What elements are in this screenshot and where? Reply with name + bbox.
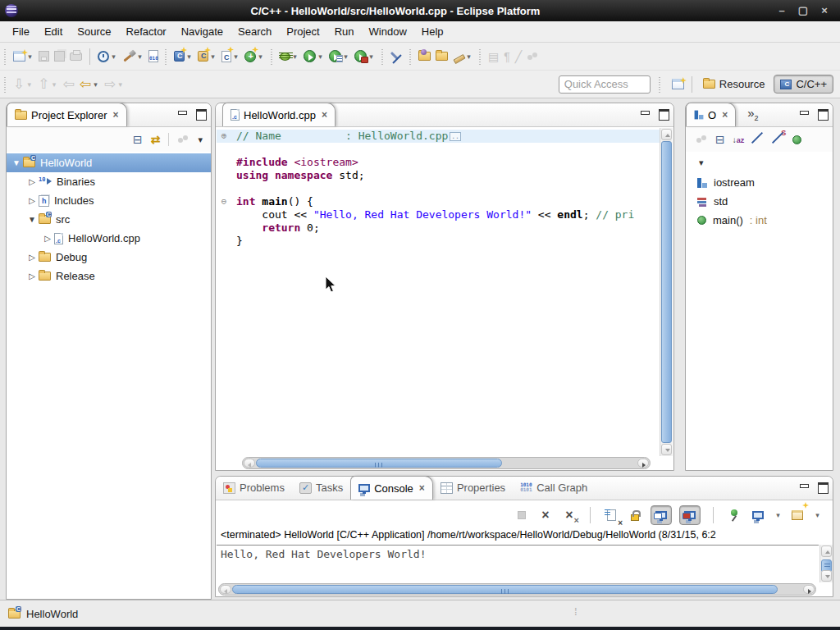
- sort-alphabetically-icon[interactable]: ↓az: [733, 135, 745, 144]
- window-maximize-button[interactable]: ▢: [794, 3, 812, 18]
- menu-help[interactable]: Help: [414, 22, 451, 41]
- toolbar-drag-handle[interactable]: [408, 48, 413, 66]
- scrollbar-thumb[interactable]: [232, 585, 778, 594]
- chevron-down-icon[interactable]: ▾: [26, 52, 34, 61]
- chevron-down-icon[interactable]: ▾: [257, 52, 264, 61]
- chevron-down-icon[interactable]: ▾: [317, 52, 324, 61]
- code-line-5[interactable]: [217, 182, 660, 195]
- chevron-down-icon[interactable]: ▾: [342, 52, 349, 61]
- open-perspective-button[interactable]: [669, 74, 687, 95]
- twistie-collapsed-icon[interactable]: ▷: [25, 272, 39, 281]
- menu-navigate[interactable]: Navigate: [174, 22, 231, 41]
- chevron-down-icon[interactable]: ▾: [232, 52, 240, 61]
- chevron-down-icon[interactable]: ▾: [110, 52, 117, 61]
- more-views-chevron[interactable]: »2: [747, 106, 758, 126]
- last-edit-location-button[interactable]: ⇦: [61, 74, 77, 95]
- tree-item-helloworld[interactable]: ▼HelloWorld: [7, 153, 211, 172]
- chevron-down-icon[interactable]: ▾: [92, 80, 99, 89]
- show-source-button[interactable]: ▤: [486, 46, 501, 67]
- tab-call-graph[interactable]: Call Graph: [513, 476, 595, 500]
- new-c-project-button[interactable]: ▾: [171, 46, 195, 67]
- scroll-lock-button[interactable]: [627, 507, 643, 523]
- folded-region-indicator[interactable]: ..: [450, 132, 461, 141]
- chevron-down-icon[interactable]: ▾: [116, 80, 124, 89]
- menu-edit[interactable]: Edit: [37, 22, 70, 41]
- toolbar-drag-handle[interactable]: [380, 48, 386, 66]
- toolbar-drag-handle[interactable]: [477, 48, 483, 66]
- hide-fields-icon[interactable]: [751, 133, 765, 146]
- open-element-button[interactable]: [433, 46, 450, 67]
- code-line-6[interactable]: ⊖int main() {: [217, 195, 660, 208]
- new-c-source-folder-button[interactable]: ▾: [195, 46, 219, 67]
- save-all-button[interactable]: [52, 46, 67, 67]
- debug-button[interactable]: ▾: [277, 46, 301, 67]
- chevron-down-icon[interactable]: ▾: [465, 52, 472, 61]
- profile-button[interactable]: ▾: [352, 46, 377, 67]
- remove-all-terminated-button[interactable]: ×: [561, 507, 578, 523]
- code-line-3[interactable]: #include <iostream>: [217, 156, 660, 169]
- close-icon[interactable]: ×: [722, 109, 728, 121]
- code-editor[interactable]: ⊕// Name : HelloWorld.cpp..#include <ios…: [217, 128, 673, 456]
- twistie-collapsed-icon[interactable]: ▷: [41, 234, 54, 243]
- tab-console[interactable]: Console×: [350, 476, 433, 500]
- pin-console-button[interactable]: [726, 507, 742, 523]
- minimize-view-button[interactable]: [176, 108, 187, 117]
- chevron-down-icon[interactable]: ▾: [291, 52, 299, 61]
- code-line-2[interactable]: [217, 143, 660, 156]
- scroll-left-button[interactable]: [244, 459, 255, 468]
- menu-refactor[interactable]: Refactor: [119, 22, 174, 41]
- clear-console-button[interactable]: [603, 507, 619, 523]
- scroll-up-button[interactable]: [821, 546, 832, 557]
- twistie-collapsed-icon[interactable]: ▷: [25, 253, 39, 262]
- maximize-view-button[interactable]: [195, 108, 206, 117]
- display-selected-console-button[interactable]: [750, 507, 766, 523]
- scroll-left-button[interactable]: [220, 585, 231, 594]
- new-c-file-button[interactable]: ▾: [219, 46, 242, 67]
- quick-access-input[interactable]: [559, 75, 651, 94]
- debug-config-button[interactable]: ▾: [95, 46, 120, 67]
- save-button[interactable]: [36, 46, 52, 67]
- code-line-9[interactable]: }: [217, 235, 660, 248]
- import-button[interactable]: [416, 46, 433, 67]
- hide-static-members-icon[interactable]: [772, 133, 785, 146]
- console-output[interactable]: Hello, Red Hat Developers World!: [217, 545, 819, 582]
- chevron-down-icon[interactable]: ▾: [368, 52, 375, 61]
- binary-view-button[interactable]: [146, 46, 161, 67]
- twistie-expanded-icon[interactable]: ▼: [10, 158, 23, 167]
- scrollbar-thumb[interactable]: [661, 141, 672, 443]
- new-cpp-class-button[interactable]: ▾: [242, 46, 267, 67]
- show-console-stdout-button[interactable]: [651, 505, 672, 525]
- terminate-button[interactable]: [514, 507, 530, 523]
- code-line-1[interactable]: ⊕// Name : HelloWorld.cpp..: [217, 130, 660, 143]
- open-console-button[interactable]: [789, 507, 806, 523]
- minimize-view-button[interactable]: [639, 108, 650, 117]
- tab-problems[interactable]: Problems: [216, 476, 292, 500]
- scroll-up-button[interactable]: [661, 129, 672, 140]
- chevron-down-icon[interactable]: ▾: [774, 511, 782, 519]
- minimize-view-button[interactable]: [798, 482, 809, 491]
- hide-non-public-icon[interactable]: [792, 135, 801, 144]
- chevron-down-icon[interactable]: ▾: [185, 52, 193, 61]
- tree-item-binaries[interactable]: ▷Binaries: [7, 172, 211, 191]
- toolbar-drag-handle[interactable]: [269, 48, 275, 66]
- maximize-view-button[interactable]: [658, 108, 669, 117]
- menu-source[interactable]: Source: [70, 22, 118, 41]
- menu-run[interactable]: Run: [327, 22, 362, 41]
- menu-window[interactable]: Window: [362, 22, 414, 41]
- perspective-resource-button[interactable]: Resource: [697, 75, 771, 93]
- fold-expanded-icon[interactable]: ⊖: [219, 197, 229, 207]
- code-line-4[interactable]: using namespace std;: [217, 169, 660, 182]
- print-button[interactable]: [67, 46, 84, 67]
- build-button[interactable]: ▾: [120, 46, 146, 67]
- scroll-right-button[interactable]: [637, 459, 649, 468]
- scroll-right-button[interactable]: [803, 585, 815, 594]
- tab-helloworld-cpp[interactable]: HelloWorld.cpp ×: [222, 103, 336, 126]
- external-tools-button[interactable]: ▾: [450, 46, 475, 67]
- close-icon[interactable]: ×: [112, 109, 118, 121]
- close-icon[interactable]: ×: [322, 109, 327, 121]
- menu-project[interactable]: Project: [279, 22, 326, 41]
- console-horizontal-scrollbar[interactable]: [218, 583, 816, 596]
- view-menu-icon[interactable]: ▾: [198, 135, 203, 144]
- tree-item-debug[interactable]: ▷Debug: [7, 248, 211, 267]
- toolbar-drag-handle[interactable]: [657, 75, 663, 94]
